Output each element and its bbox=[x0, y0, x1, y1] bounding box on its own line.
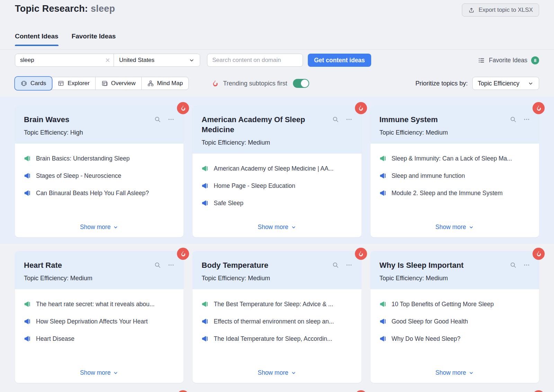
tab-favorite-ideas[interactable]: Favorite Ideas bbox=[72, 33, 116, 46]
more-options-icon[interactable] bbox=[523, 116, 530, 123]
view-tab-explorer[interactable]: Explorer bbox=[52, 77, 95, 90]
headline-item[interactable]: 10 Top Benefits of Getting More Sleep bbox=[379, 300, 530, 308]
headline-item[interactable]: The Best Temperature for Sleep: Advice &… bbox=[202, 300, 352, 308]
more-options-icon[interactable] bbox=[523, 262, 530, 268]
headline-item[interactable]: Effects of thermal environment on sleep … bbox=[202, 318, 352, 326]
topic-efficiency-value: Medium bbox=[248, 139, 270, 146]
view-tab-cards[interactable]: Cards bbox=[15, 77, 52, 90]
search-topic-icon[interactable] bbox=[510, 262, 517, 268]
show-more-link[interactable]: Show more bbox=[258, 369, 296, 376]
search-topic-icon[interactable] bbox=[154, 262, 161, 268]
more-options-icon[interactable] bbox=[346, 262, 352, 268]
headline-item[interactable]: Stages of Sleep - Neuroscience bbox=[24, 172, 175, 180]
topic-efficiency-label: Topic Efficiency: bbox=[202, 139, 246, 146]
megaphone-icon bbox=[24, 335, 31, 342]
topic-card-heart-rate: Heart Rate Topic Efficiency: Medium The … bbox=[15, 251, 184, 383]
view-tab-mindmap[interactable]: Mind Map bbox=[142, 77, 189, 90]
megaphone-icon bbox=[379, 190, 386, 197]
show-more-label: Show more bbox=[436, 369, 466, 376]
show-more-label: Show more bbox=[80, 369, 111, 376]
headline-item[interactable]: Home Page - Sleep Education bbox=[202, 182, 352, 190]
show-more-link[interactable]: Show more bbox=[258, 224, 296, 231]
domain-search-input[interactable] bbox=[207, 54, 303, 67]
search-topic-icon[interactable] bbox=[332, 262, 339, 268]
search-topic-icon[interactable] bbox=[510, 116, 517, 123]
topic-efficiency: Topic Efficiency: High bbox=[24, 129, 175, 136]
topic-title[interactable]: Body Temperature bbox=[202, 260, 268, 270]
view-controls: Cards Explorer Overview Mind Map Trendin… bbox=[0, 77, 554, 90]
headline-item[interactable]: The heart rate secret: what it reveals a… bbox=[24, 300, 175, 308]
headline-item[interactable]: Sleep and immune function bbox=[379, 172, 530, 180]
show-more-link[interactable]: Show more bbox=[80, 224, 119, 231]
more-options-icon[interactable] bbox=[346, 116, 352, 123]
headline-item[interactable]: Module 2. Sleep and the Immune System bbox=[379, 189, 530, 197]
headline-item[interactable]: Brain Basics: Understanding Sleep bbox=[24, 155, 175, 163]
view-switcher: Cards Explorer Overview Mind Map bbox=[15, 77, 189, 90]
trending-flame-badge bbox=[177, 390, 189, 392]
headline-text: Module 2. Sleep and the Immune System bbox=[392, 189, 503, 197]
more-options-icon[interactable] bbox=[168, 262, 175, 268]
topic-card-body: 10 Top Benefits of Getting More Sleep Go… bbox=[370, 289, 539, 383]
show-more-link[interactable]: Show more bbox=[80, 369, 119, 376]
headline-text: Brain Basics: Understanding Sleep bbox=[36, 155, 129, 163]
megaphone-icon bbox=[202, 200, 208, 207]
trending-flame-badge bbox=[355, 102, 367, 114]
topic-title[interactable]: Why Is Sleep Important bbox=[379, 260, 464, 270]
headline-text: The Best Temperature for Sleep: Advice &… bbox=[214, 300, 333, 308]
chevron-down-icon bbox=[468, 370, 474, 376]
headline-text: Safe Sleep bbox=[214, 199, 243, 207]
topic-title[interactable]: Heart Rate bbox=[24, 260, 62, 270]
view-tab-overview-label: Overview bbox=[111, 80, 136, 87]
search-topic-icon[interactable] bbox=[154, 116, 161, 123]
topic-efficiency-value: Medium bbox=[426, 129, 448, 136]
favorite-ideas-link[interactable]: Favorite Ideas 8 bbox=[478, 56, 539, 64]
show-more-link[interactable]: Show more bbox=[436, 224, 474, 231]
get-content-ideas-button[interactable]: Get content ideas bbox=[308, 54, 371, 67]
view-tab-mindmap-label: Mind Map bbox=[157, 80, 183, 87]
clear-keyword-icon[interactable] bbox=[101, 54, 114, 66]
cards-row-2: Heart Rate Topic Efficiency: Medium The … bbox=[0, 244, 554, 383]
view-tab-overview[interactable]: Overview bbox=[96, 77, 142, 90]
chevron-down-icon bbox=[189, 57, 195, 63]
topic-card-body: The Best Temperature for Sleep: Advice &… bbox=[193, 289, 361, 383]
prioritize-topics-select[interactable]: Topic Efficiency bbox=[472, 77, 539, 90]
tab-bar: Content Ideas Favorite Ideas bbox=[15, 33, 539, 46]
headline-item[interactable]: How Sleep Deprivation Affects Your Heart bbox=[24, 318, 175, 326]
topic-card-header: Why Is Sleep Important Topic Efficiency:… bbox=[370, 251, 539, 289]
prioritize-topics-label: Prioritize topics by: bbox=[416, 80, 468, 87]
search-topic-icon[interactable] bbox=[332, 116, 339, 123]
headline-item[interactable]: Heart Disease bbox=[24, 335, 175, 343]
headline-item[interactable]: The Ideal Temperature for Sleep, Accordi… bbox=[202, 335, 352, 343]
headline-item[interactable]: Can Binaural Beats Help You Fall Asleep? bbox=[24, 189, 175, 197]
topic-card-header: Heart Rate Topic Efficiency: Medium bbox=[15, 251, 184, 289]
megaphone-icon bbox=[24, 155, 31, 162]
megaphone-icon bbox=[24, 318, 31, 325]
topic-title[interactable]: American Academy Of Sleep Medicine bbox=[202, 115, 327, 135]
headline-item[interactable]: Good Sleep for Good Health bbox=[379, 318, 530, 326]
country-select[interactable]: United States bbox=[114, 54, 200, 66]
headline-item[interactable]: Safe Sleep bbox=[202, 199, 352, 207]
tab-content-ideas[interactable]: Content Ideas bbox=[15, 33, 59, 46]
trending-flame-badge bbox=[355, 248, 367, 260]
topic-efficiency: Topic Efficiency: Medium bbox=[24, 275, 175, 282]
trending-flame-badge bbox=[533, 390, 545, 392]
headline-text: Why Do We Need Sleep? bbox=[392, 335, 461, 343]
topic-efficiency-label: Topic Efficiency: bbox=[379, 129, 424, 136]
chevron-down-icon bbox=[291, 370, 296, 376]
headline-item[interactable]: Why Do We Need Sleep? bbox=[379, 335, 530, 343]
topic-title[interactable]: Brain Waves bbox=[24, 115, 69, 125]
show-more-link[interactable]: Show more bbox=[436, 369, 474, 376]
chevron-down-icon bbox=[468, 225, 474, 230]
more-options-icon[interactable] bbox=[168, 116, 175, 123]
keyword-country-group: United States bbox=[15, 54, 200, 67]
overview-view-icon bbox=[101, 80, 108, 87]
headline-item[interactable]: American Academy of Sleep Medicine | AA.… bbox=[202, 165, 352, 173]
megaphone-icon bbox=[202, 182, 208, 189]
topic-title[interactable]: Immune System bbox=[379, 115, 438, 125]
page-title: Topic Research:sleep bbox=[15, 3, 115, 14]
keyword-input[interactable] bbox=[15, 54, 101, 66]
headline-item[interactable]: Sleep & Immunity: Can a Lack of Sleep Ma… bbox=[379, 155, 530, 163]
trending-subtopics-toggle[interactable] bbox=[293, 79, 309, 88]
tabs-divider bbox=[0, 49, 554, 50]
export-xlsx-button[interactable]: Export topic to XLSX bbox=[462, 3, 539, 17]
